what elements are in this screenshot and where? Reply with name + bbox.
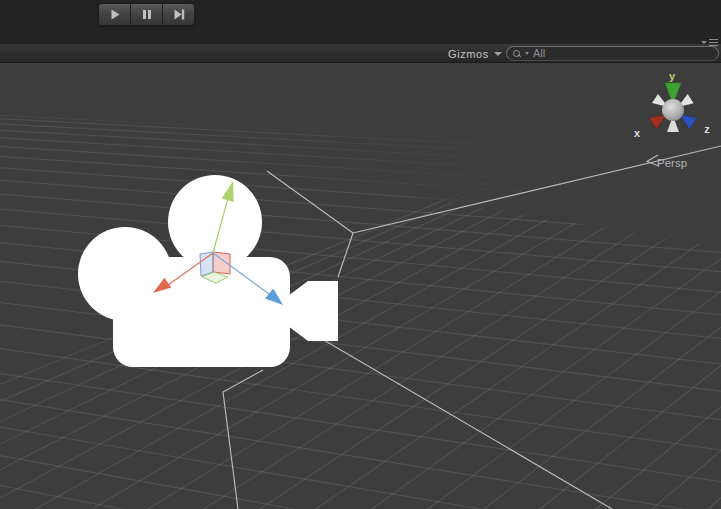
axis-cone-z[interactable] xyxy=(680,115,697,129)
unity-editor-window: Gizmos All xyxy=(0,0,721,509)
frustum-line xyxy=(338,233,353,277)
gizmos-label: Gizmos xyxy=(448,48,489,60)
grid-line xyxy=(0,456,721,509)
chevron-down-icon xyxy=(494,52,502,56)
camera-lens xyxy=(288,281,338,341)
grid-line xyxy=(0,373,721,481)
pause-button[interactable] xyxy=(131,4,163,25)
axis-label-y: y xyxy=(669,70,676,82)
search-filter-chevron-icon xyxy=(525,52,529,55)
step-button[interactable] xyxy=(163,4,194,25)
grid-distance-fade xyxy=(0,115,721,248)
pause-icon xyxy=(140,8,154,21)
axis-sphere[interactable] xyxy=(662,99,684,121)
grid-line xyxy=(0,349,721,450)
axis-label-z: z xyxy=(704,123,710,135)
gizmos-dropdown-button[interactable]: Gizmos xyxy=(444,46,506,61)
scene-viewport[interactable]: y x z Persp xyxy=(0,63,721,509)
pane-menu-chevron-icon xyxy=(701,41,707,44)
frustum-line xyxy=(322,339,612,509)
play-button[interactable] xyxy=(99,4,131,25)
axis-label-x: x xyxy=(634,127,641,139)
step-forward-icon xyxy=(172,8,186,21)
axis-cone-x[interactable] xyxy=(649,115,666,129)
magnifier-icon xyxy=(512,49,522,59)
orientation-gizmo: y x z xyxy=(634,70,710,139)
playback-controls xyxy=(98,3,195,26)
move-plane-handle-z[interactable] xyxy=(200,252,213,276)
pane-menu-bars-icon xyxy=(709,39,718,46)
pane-menu-icon[interactable] xyxy=(701,37,719,48)
main-toolbar xyxy=(0,0,721,44)
play-icon xyxy=(108,8,122,21)
search-input[interactable]: All xyxy=(506,46,719,61)
grid-line xyxy=(0,400,721,509)
search-value: All xyxy=(533,47,545,60)
